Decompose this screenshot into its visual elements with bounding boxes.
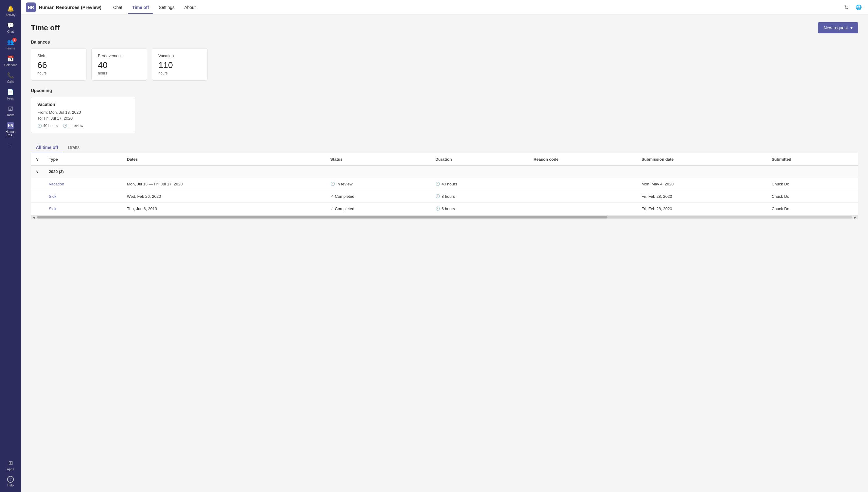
row-indent bbox=[31, 202, 44, 215]
sick-link-2[interactable]: Sick bbox=[49, 206, 56, 211]
balance-bereavement-hours: 40 bbox=[98, 60, 140, 71]
th-submission-date: Submission date bbox=[636, 153, 766, 166]
new-request-chevron-icon: ▾ bbox=[850, 25, 852, 30]
sidebar-item-calls-label: Calls bbox=[7, 80, 14, 83]
refresh-button[interactable]: ↻ bbox=[842, 3, 851, 12]
table-row: Sick Wed, Feb 26, 2020 ✓ Completed bbox=[31, 190, 858, 202]
hours-val-2: 6 hours bbox=[442, 206, 455, 211]
sidebar-item-human-res-label: Human Res... bbox=[1, 130, 20, 137]
th-type: Type bbox=[44, 153, 122, 166]
row-indent bbox=[31, 178, 44, 190]
balance-card-sick: Sick 66 hours bbox=[31, 48, 86, 81]
vacation-link[interactable]: Vacation bbox=[49, 182, 64, 186]
sick-link-1[interactable]: Sick bbox=[49, 194, 56, 199]
row-submission-0: Mon, May 4, 2020 bbox=[636, 178, 766, 190]
sidebar-item-help[interactable]: ? Help bbox=[0, 473, 21, 490]
th-dates: Dates bbox=[122, 153, 325, 166]
sidebar-item-tasks[interactable]: ☑ Tasks bbox=[0, 103, 21, 119]
balance-sick-label: hours bbox=[37, 71, 80, 75]
row-type-vacation[interactable]: Vacation bbox=[44, 178, 122, 190]
upcoming-card: Vacation From: Mon, Jul 13, 2020 To: Fri… bbox=[31, 97, 136, 133]
status-text-1: Completed bbox=[335, 194, 354, 199]
completed-check-icon-1: ✓ bbox=[331, 194, 334, 198]
balance-card-vacation: Vacation 110 hours bbox=[152, 48, 208, 81]
row-submitted-2: Chuck Do bbox=[767, 202, 858, 215]
upcoming-card-title: Vacation bbox=[37, 102, 129, 107]
globe-button[interactable]: 🌐 bbox=[854, 3, 863, 12]
sidebar-item-tasks-label: Tasks bbox=[6, 114, 15, 117]
sidebar-item-chat[interactable]: 💬 Chat bbox=[0, 19, 21, 36]
row-dates-1: Wed, Feb 26, 2020 bbox=[122, 190, 325, 202]
row-submission-1: Fri, Feb 28, 2020 bbox=[636, 190, 766, 202]
tab-chat[interactable]: Chat bbox=[109, 1, 127, 14]
row-duration-0: 🕐 40 hours bbox=[430, 178, 529, 190]
clock-icon: 🕐 bbox=[37, 124, 42, 128]
balance-cards: Sick 66 hours Bereavement 40 hours Vacat… bbox=[31, 48, 858, 81]
th-submitted-by: Submitted bbox=[767, 153, 858, 166]
human-res-icon: HR bbox=[7, 122, 14, 129]
completed-check-icon-2: ✓ bbox=[331, 206, 334, 211]
sidebar-item-apps-label: Apps bbox=[7, 468, 14, 471]
row-type-sick-2[interactable]: Sick bbox=[44, 202, 122, 215]
horizontal-scrollbar[interactable]: ◀ ▶ bbox=[31, 215, 858, 219]
status-text-0: In review bbox=[337, 182, 352, 186]
sidebar-item-teams[interactable]: 👥 1 Teams bbox=[0, 36, 21, 52]
status-review: 🕐 In review bbox=[331, 182, 425, 186]
apps-icon: ⊞ bbox=[7, 459, 14, 467]
time-off-table: ∨ Type Dates Status Duration Reason code… bbox=[31, 153, 858, 215]
sidebar-item-more[interactable]: ··· bbox=[0, 139, 21, 152]
balance-vacation-label: hours bbox=[158, 71, 201, 75]
row-type-sick-1[interactable]: Sick bbox=[44, 190, 122, 202]
scroll-right-arrow[interactable]: ▶ bbox=[852, 215, 858, 219]
row-submission-2: Fri, Feb 28, 2020 bbox=[636, 202, 766, 215]
upcoming-from-date: From: Mon, Jul 13, 2020 bbox=[37, 110, 129, 115]
status-completed-1: ✓ Completed bbox=[331, 194, 425, 199]
table-container: ∨ Type Dates Status Duration Reason code… bbox=[31, 153, 858, 219]
sidebar-item-human-res[interactable]: HR Human Res... bbox=[0, 119, 21, 139]
scroll-thumb[interactable] bbox=[37, 216, 607, 219]
row-submitted-0: Chuck Do bbox=[767, 178, 858, 190]
tab-drafts[interactable]: Drafts bbox=[63, 142, 84, 153]
balance-vacation-type: Vacation bbox=[158, 53, 201, 58]
upcoming-title: Upcoming bbox=[31, 88, 858, 93]
sidebar-item-apps[interactable]: ⊞ Apps bbox=[0, 457, 21, 473]
files-icon: 📄 bbox=[7, 89, 14, 96]
group-chevron[interactable]: ∨ bbox=[31, 165, 44, 178]
new-request-button[interactable]: New request ▾ bbox=[818, 22, 858, 33]
collapse-all-icon[interactable]: ∨ bbox=[36, 157, 39, 162]
row-indent bbox=[31, 190, 44, 202]
app-icon: HR bbox=[26, 2, 36, 13]
page-header: Time off New request ▾ bbox=[31, 22, 858, 33]
scroll-left-arrow[interactable]: ◀ bbox=[31, 215, 37, 219]
sidebar-item-files[interactable]: 📄 Files bbox=[0, 86, 21, 103]
scroll-track bbox=[37, 216, 852, 219]
status-text-2: Completed bbox=[335, 206, 354, 211]
th-expand: ∨ bbox=[31, 153, 44, 166]
row-status-2: ✓ Completed bbox=[325, 202, 430, 215]
hours-cell-1: 🕐 8 hours bbox=[436, 194, 524, 199]
main-area: HR Human Resources (Preview) Chat Time o… bbox=[21, 0, 868, 492]
upcoming-status: 🕑 In review bbox=[63, 124, 83, 128]
scroll-track-container bbox=[37, 215, 852, 219]
balances-title: Balances bbox=[31, 40, 858, 45]
upcoming-hours-value: 40 hours bbox=[43, 124, 58, 128]
content-area: Time off New request ▾ Balances Sick 66 … bbox=[21, 15, 868, 492]
status-completed-2: ✓ Completed bbox=[331, 206, 425, 211]
tab-all-time-off[interactable]: All time off bbox=[31, 142, 63, 153]
sidebar-item-activity[interactable]: 🔔 Activity bbox=[0, 2, 21, 19]
balance-sick-hours: 66 bbox=[37, 60, 80, 71]
tab-settings[interactable]: Settings bbox=[154, 1, 179, 14]
hours-cell-2: 🕐 6 hours bbox=[436, 206, 524, 211]
th-reason-code: Reason code bbox=[529, 153, 637, 166]
tab-time-off[interactable]: Time off bbox=[128, 1, 153, 14]
topbar-nav: Chat Time off Settings About bbox=[109, 1, 842, 14]
teams-badge: 1 bbox=[12, 38, 17, 42]
sidebar-item-files-label: Files bbox=[7, 97, 14, 100]
th-duration: Duration bbox=[430, 153, 529, 166]
sidebar-item-calendar[interactable]: 📅 Calendar bbox=[0, 52, 21, 69]
tabs-container: All time off Drafts ∨ Type Dates bbox=[31, 142, 858, 219]
page-title: Time off bbox=[31, 24, 60, 32]
tab-about[interactable]: About bbox=[180, 1, 200, 14]
sidebar-item-calls[interactable]: 📞 Calls bbox=[0, 69, 21, 86]
hours-clock-0: 🕐 bbox=[436, 182, 440, 186]
